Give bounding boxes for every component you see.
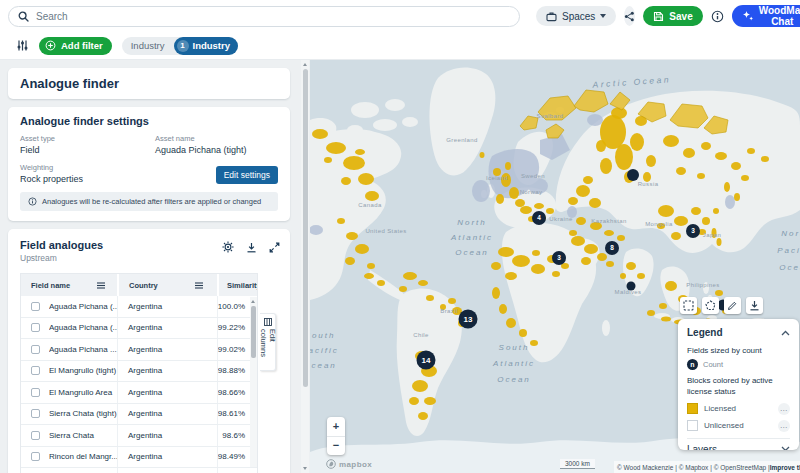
edit-columns-tab[interactable]: Edit columns xyxy=(260,313,276,371)
industry-filter-group[interactable]: Industry 1 Industry xyxy=(122,37,238,55)
row-checkbox[interactable] xyxy=(31,431,40,440)
column-header-similarity[interactable]: Similarity score xyxy=(217,274,257,296)
cluster-count: 3 xyxy=(557,254,561,261)
place-label: Ukraine xyxy=(549,216,573,222)
column-header-field-name[interactable]: Field name xyxy=(21,274,117,296)
map-download-button[interactable] xyxy=(746,297,763,314)
search-box[interactable] xyxy=(8,6,520,27)
cluster-count: 4 xyxy=(537,214,541,221)
place-label: Chile xyxy=(413,332,429,338)
filter-chip-label: Industry xyxy=(193,40,230,51)
field-name-cell: Aguada Pichana (... xyxy=(49,296,117,317)
chevron-up-icon[interactable] xyxy=(781,330,790,336)
analogues-table: Field name Country Similarity score Agua… xyxy=(20,273,258,473)
row-checkbox[interactable] xyxy=(31,323,40,332)
unlicensed-swatch xyxy=(687,420,698,431)
scale-bar: 3000 km xyxy=(560,459,595,469)
legend-header[interactable]: Legend xyxy=(687,327,790,338)
place-label: Maldives xyxy=(615,289,642,295)
cluster-marker[interactable] xyxy=(627,169,639,181)
analogues-table-body: Aguada Pichana (...Argentina100.0%Aguada… xyxy=(21,296,257,473)
country-cell: Argentina xyxy=(117,318,217,339)
row-checkbox[interactable] xyxy=(31,345,40,354)
place-label: Brazil xyxy=(440,308,457,314)
column-menu-icon[interactable] xyxy=(195,282,203,289)
row-checkbox[interactable] xyxy=(31,388,40,397)
ocean-label: Atlantic xyxy=(450,233,493,242)
layers-row[interactable]: Layers xyxy=(687,444,790,450)
place-label: Iceland xyxy=(486,175,508,181)
ocean-label: Pacific xyxy=(777,246,800,255)
industry-filter-chip[interactable]: 1 Industry xyxy=(174,37,238,55)
field-name-cell: Aguada Pichana (... xyxy=(49,318,117,339)
table-row[interactable]: El Mangrullo AreaArgentina98.66% xyxy=(21,382,257,404)
country-cell: Argentina xyxy=(117,468,217,473)
table-row[interactable]: Sierra ChataArgentina98.6% xyxy=(21,425,257,447)
table-row[interactable]: Sierra Chata (tight)Argentina98.61% xyxy=(21,404,257,426)
ocean-label: Atlantic xyxy=(492,359,535,368)
page-title: Analogue finder xyxy=(20,76,278,91)
ocean-label: South xyxy=(310,331,335,340)
table-header: Field name Country Similarity score xyxy=(21,274,257,296)
column-header-country[interactable]: Country xyxy=(117,274,217,296)
info-icon xyxy=(711,10,724,23)
country-cell: Argentina xyxy=(117,339,217,360)
place-label: Sweden xyxy=(521,173,545,179)
add-filter-button[interactable]: Add filter xyxy=(39,37,112,55)
chevron-down-icon xyxy=(600,14,606,18)
table-row[interactable]: El Mangrullo (tight)Argentina98.88% xyxy=(21,361,257,383)
table-row[interactable]: Aguada Pichana (...Argentina99.22% xyxy=(21,318,257,340)
zoom-out-button[interactable]: − xyxy=(327,437,345,456)
edit-settings-button[interactable]: Edit settings xyxy=(216,166,278,184)
rectangle-select-button[interactable] xyxy=(680,297,697,314)
country-cell: Argentina xyxy=(117,404,217,425)
save-button[interactable]: Save xyxy=(643,6,702,26)
woodmac-chat-button[interactable]: WoodMac Chat xyxy=(732,5,800,27)
row-checkbox[interactable] xyxy=(31,302,40,311)
download-button[interactable] xyxy=(245,241,257,253)
info-button[interactable] xyxy=(711,6,724,26)
columns-icon xyxy=(264,318,272,326)
filter-sliders-icon[interactable] xyxy=(16,39,29,52)
draw-pencil-button[interactable] xyxy=(724,297,741,314)
country-cell: Argentina xyxy=(117,382,217,403)
settings-gear-button[interactable] xyxy=(222,241,234,253)
expand-button[interactable] xyxy=(268,241,280,253)
licensed-menu-button[interactable]: ... xyxy=(778,403,790,415)
ocean-label: South xyxy=(499,343,530,352)
place-label: Philippines xyxy=(686,282,719,288)
count-label: Count xyxy=(703,360,723,369)
map-canvas[interactable]: Arctic OceanNorthAtlanticOceanSouthAtlan… xyxy=(310,60,800,473)
layers-label: Layers xyxy=(687,444,717,450)
ocean-label: Pacific xyxy=(310,346,339,355)
search-input[interactable] xyxy=(36,11,510,22)
zoom-in-button[interactable]: + xyxy=(327,417,345,437)
settings-title: Analogue finder settings xyxy=(20,115,278,127)
map-toolbar xyxy=(680,297,763,314)
spaces-button[interactable]: Spaces xyxy=(536,6,616,26)
legend-blocks-title: Blocks colored by active license status xyxy=(687,376,790,398)
row-checkbox[interactable] xyxy=(31,366,40,375)
table-row[interactable]: Rincon del Mangr...Argentina98.49% xyxy=(21,447,257,469)
sparkles-icon xyxy=(742,10,754,22)
place-label: Norway xyxy=(520,189,543,195)
filter-group-label: Industry xyxy=(122,40,174,51)
table-scrollbar[interactable] xyxy=(250,297,257,467)
improve-map-link[interactable]: Improve this map xyxy=(770,464,800,471)
column-menu-icon[interactable] xyxy=(97,282,105,289)
polygon-select-button[interactable] xyxy=(702,297,719,314)
row-checkbox[interactable] xyxy=(31,409,40,418)
row-checkbox[interactable] xyxy=(31,452,40,461)
field-analogues-card: Field analogues Upstream Field name xyxy=(8,229,290,473)
panel-scrollbar[interactable] xyxy=(301,60,309,473)
table-row[interactable]: Aguada Pichana...Argentina98.47% xyxy=(21,468,257,473)
table-row[interactable]: Aguada Pichana ...Argentina99.02% xyxy=(21,339,257,361)
mapbox-logo[interactable]: mapbox xyxy=(326,459,372,469)
cluster-marker[interactable] xyxy=(627,282,636,291)
table-row[interactable]: Aguada Pichana (...Argentina100.0% xyxy=(21,296,257,318)
share-button[interactable] xyxy=(624,6,635,26)
unlicensed-menu-button[interactable]: ... xyxy=(778,420,790,432)
legend-count-row: n Count xyxy=(687,359,790,370)
share-icon xyxy=(624,11,635,22)
place-label: Greenland xyxy=(446,137,478,143)
